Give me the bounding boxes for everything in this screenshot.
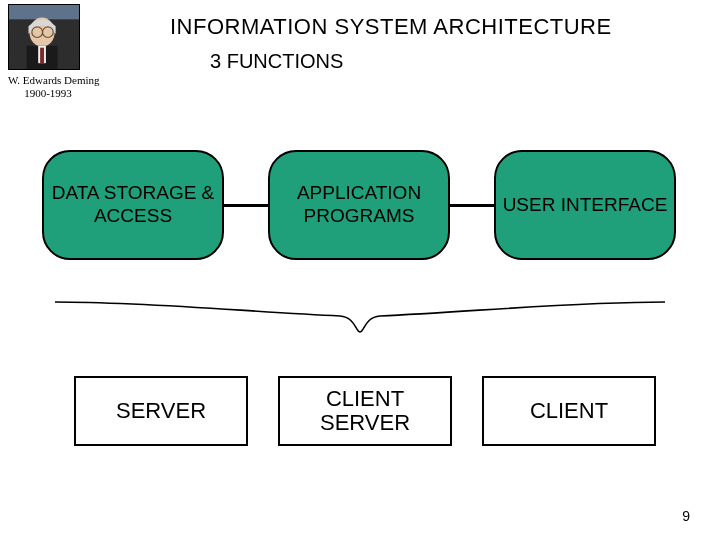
portrait-name: W. Edwards Deming <box>8 74 118 87</box>
function-node-data-storage: DATA STORAGE & ACCESS <box>42 150 224 260</box>
person-icon <box>9 5 79 69</box>
tier-label: CLIENT SERVER <box>280 387 450 435</box>
function-label: APPLICATION PROGRAMS <box>276 182 442 228</box>
page-title: INFORMATION SYSTEM ARCHITECTURE <box>170 14 612 40</box>
function-node-application-programs: APPLICATION PROGRAMS <box>268 150 450 260</box>
tier-label: SERVER <box>116 399 206 423</box>
svg-rect-8 <box>40 48 44 64</box>
curly-brace-icon <box>50 296 670 340</box>
function-label: DATA STORAGE & ACCESS <box>50 182 216 228</box>
function-node-user-interface: USER INTERFACE <box>494 150 676 260</box>
tier-box-server: SERVER <box>74 376 248 446</box>
svg-rect-0 <box>9 5 79 20</box>
portrait-caption: W. Edwards Deming 1900-1993 <box>8 74 118 99</box>
tier-box-client: CLIENT <box>482 376 656 446</box>
tier-label: CLIENT <box>530 399 608 423</box>
slide: INFORMATION SYSTEM ARCHITECTURE 3 FUNCTI… <box>0 0 720 540</box>
tier-box-client-server: CLIENT SERVER <box>278 376 452 446</box>
portrait-years: 1900-1993 <box>8 87 88 100</box>
connector-line <box>224 204 268 207</box>
connector-line <box>450 204 494 207</box>
page-number: 9 <box>682 508 690 524</box>
function-label: USER INTERFACE <box>503 194 668 217</box>
portrait-image <box>8 4 80 70</box>
page-subtitle: 3 FUNCTIONS <box>210 50 343 73</box>
